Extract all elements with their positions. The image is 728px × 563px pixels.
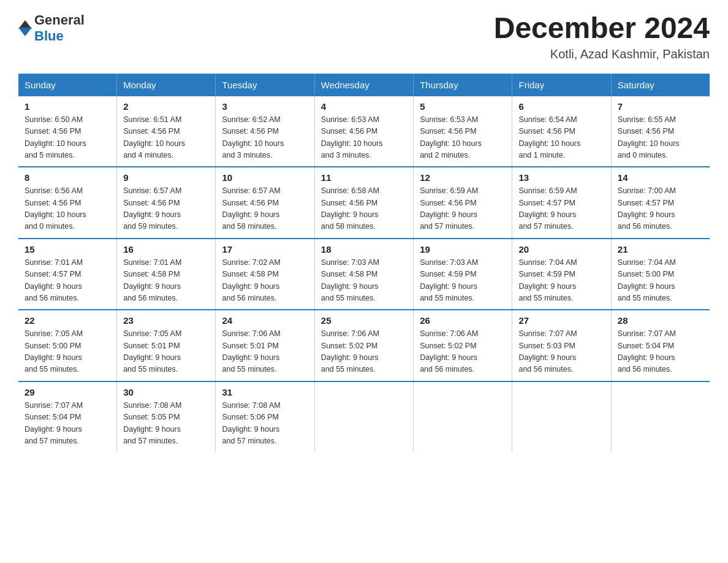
day-info: Sunrise: 7:08 AMSunset: 5:05 PMDaylight:… bbox=[123, 400, 209, 448]
day-number: 17 bbox=[222, 244, 308, 255]
calendar-cell: 5 Sunrise: 6:53 AMSunset: 4:56 PMDayligh… bbox=[414, 96, 512, 167]
day-number: 9 bbox=[123, 172, 209, 183]
day-number: 25 bbox=[321, 315, 407, 326]
day-number: 21 bbox=[618, 244, 703, 255]
calendar-cell: 6 Sunrise: 6:54 AMSunset: 4:56 PMDayligh… bbox=[512, 96, 611, 167]
logo-triangle-bottom bbox=[18, 28, 32, 36]
logo-text-general: General bbox=[34, 12, 85, 28]
day-info: Sunrise: 7:06 AMSunset: 5:01 PMDaylight:… bbox=[222, 328, 308, 376]
header-wednesday: Wednesday bbox=[314, 74, 413, 96]
calendar-cell: 24 Sunrise: 7:06 AMSunset: 5:01 PMDaylig… bbox=[216, 310, 314, 381]
calendar-cell: 14 Sunrise: 7:00 AMSunset: 4:57 PMDaylig… bbox=[611, 167, 710, 239]
day-info: Sunrise: 7:01 AMSunset: 4:58 PMDaylight:… bbox=[123, 257, 209, 305]
day-number: 22 bbox=[25, 315, 110, 326]
day-info: Sunrise: 7:02 AMSunset: 4:58 PMDaylight:… bbox=[222, 257, 308, 305]
day-number: 3 bbox=[222, 101, 308, 112]
calendar-cell: 2 Sunrise: 6:51 AMSunset: 4:56 PMDayligh… bbox=[117, 96, 216, 167]
day-number: 4 bbox=[321, 101, 407, 112]
calendar-week-4: 22 Sunrise: 7:05 AMSunset: 5:00 PMDaylig… bbox=[18, 310, 710, 381]
day-info: Sunrise: 7:05 AMSunset: 5:01 PMDaylight:… bbox=[123, 328, 209, 376]
day-info: Sunrise: 6:58 AMSunset: 4:56 PMDaylight:… bbox=[321, 185, 407, 233]
day-info: Sunrise: 7:07 AMSunset: 5:03 PMDaylight:… bbox=[518, 328, 604, 376]
calendar-cell bbox=[512, 381, 611, 453]
day-number: 13 bbox=[518, 172, 604, 183]
calendar-cell: 8 Sunrise: 6:56 AMSunset: 4:56 PMDayligh… bbox=[18, 167, 117, 239]
day-info: Sunrise: 7:00 AMSunset: 4:57 PMDaylight:… bbox=[618, 185, 703, 233]
calendar-cell: 18 Sunrise: 7:03 AMSunset: 4:58 PMDaylig… bbox=[314, 239, 413, 310]
calendar-cell: 17 Sunrise: 7:02 AMSunset: 4:58 PMDaylig… bbox=[216, 239, 314, 310]
subtitle: Kotli, Azad Kashmir, Pakistan bbox=[494, 47, 710, 61]
header-sunday: Sunday bbox=[18, 74, 117, 96]
day-info: Sunrise: 7:07 AMSunset: 5:04 PMDaylight:… bbox=[618, 328, 703, 376]
day-number: 1 bbox=[25, 101, 110, 112]
day-info: Sunrise: 6:57 AMSunset: 4:56 PMDaylight:… bbox=[222, 185, 308, 233]
header-monday: Monday bbox=[117, 74, 216, 96]
calendar-cell: 31 Sunrise: 7:08 AMSunset: 5:06 PMDaylig… bbox=[216, 381, 314, 453]
day-info: Sunrise: 6:50 AMSunset: 4:56 PMDaylight:… bbox=[25, 114, 110, 162]
calendar-cell: 1 Sunrise: 6:50 AMSunset: 4:56 PMDayligh… bbox=[18, 96, 117, 167]
day-number: 18 bbox=[321, 244, 407, 255]
day-number: 8 bbox=[25, 172, 110, 183]
logo-text-blue: Blue bbox=[34, 28, 64, 44]
day-info: Sunrise: 6:53 AMSunset: 4:56 PMDaylight:… bbox=[420, 114, 506, 162]
day-info: Sunrise: 7:06 AMSunset: 5:02 PMDaylight:… bbox=[420, 328, 506, 376]
day-number: 26 bbox=[420, 315, 506, 326]
day-number: 14 bbox=[618, 172, 703, 183]
day-info: Sunrise: 7:07 AMSunset: 5:04 PMDaylight:… bbox=[25, 400, 110, 448]
day-info: Sunrise: 6:59 AMSunset: 4:56 PMDaylight:… bbox=[420, 185, 506, 233]
header-tuesday: Tuesday bbox=[216, 74, 314, 96]
calendar-cell: 7 Sunrise: 6:55 AMSunset: 4:56 PMDayligh… bbox=[611, 96, 710, 167]
logo-text: General Blue bbox=[34, 12, 85, 44]
day-number: 28 bbox=[618, 315, 703, 326]
calendar-cell: 22 Sunrise: 7:05 AMSunset: 5:00 PMDaylig… bbox=[18, 310, 117, 381]
day-info: Sunrise: 6:56 AMSunset: 4:56 PMDaylight:… bbox=[25, 185, 110, 233]
calendar-cell: 20 Sunrise: 7:04 AMSunset: 4:59 PMDaylig… bbox=[512, 239, 611, 310]
calendar-cell: 26 Sunrise: 7:06 AMSunset: 5:02 PMDaylig… bbox=[414, 310, 512, 381]
day-info: Sunrise: 6:53 AMSunset: 4:56 PMDaylight:… bbox=[321, 114, 407, 162]
day-number: 23 bbox=[123, 315, 209, 326]
day-number: 27 bbox=[518, 315, 604, 326]
day-number: 6 bbox=[518, 101, 604, 112]
main-title: December 2024 bbox=[494, 12, 710, 45]
calendar-week-3: 15 Sunrise: 7:01 AMSunset: 4:57 PMDaylig… bbox=[18, 239, 710, 310]
day-number: 19 bbox=[420, 244, 506, 255]
calendar-cell: 3 Sunrise: 6:52 AMSunset: 4:56 PMDayligh… bbox=[216, 96, 314, 167]
calendar-cell: 15 Sunrise: 7:01 AMSunset: 4:57 PMDaylig… bbox=[18, 239, 117, 310]
day-number: 20 bbox=[518, 244, 604, 255]
calendar-cell: 16 Sunrise: 7:01 AMSunset: 4:58 PMDaylig… bbox=[117, 239, 216, 310]
day-info: Sunrise: 6:54 AMSunset: 4:56 PMDaylight:… bbox=[518, 114, 604, 162]
logo-icon bbox=[18, 20, 32, 36]
day-number: 11 bbox=[321, 172, 407, 183]
header-row: Sunday Monday Tuesday Wednesday Thursday… bbox=[18, 74, 710, 96]
day-number: 16 bbox=[123, 244, 209, 255]
header-friday: Friday bbox=[512, 74, 611, 96]
calendar-cell: 12 Sunrise: 6:59 AMSunset: 4:56 PMDaylig… bbox=[414, 167, 512, 239]
day-info: Sunrise: 7:03 AMSunset: 4:59 PMDaylight:… bbox=[420, 257, 506, 305]
calendar-cell: 13 Sunrise: 6:59 AMSunset: 4:57 PMDaylig… bbox=[512, 167, 611, 239]
day-info: Sunrise: 7:06 AMSunset: 5:02 PMDaylight:… bbox=[321, 328, 407, 376]
day-number: 30 bbox=[123, 387, 209, 397]
calendar-cell: 21 Sunrise: 7:04 AMSunset: 5:00 PMDaylig… bbox=[611, 239, 710, 310]
day-info: Sunrise: 7:05 AMSunset: 5:00 PMDaylight:… bbox=[25, 328, 110, 376]
calendar-week-5: 29 Sunrise: 7:07 AMSunset: 5:04 PMDaylig… bbox=[18, 381, 710, 453]
day-number: 5 bbox=[420, 101, 506, 112]
calendar-week-2: 8 Sunrise: 6:56 AMSunset: 4:56 PMDayligh… bbox=[18, 167, 710, 239]
day-info: Sunrise: 7:04 AMSunset: 4:59 PMDaylight:… bbox=[518, 257, 604, 305]
day-number: 31 bbox=[222, 387, 308, 397]
calendar-cell: 23 Sunrise: 7:05 AMSunset: 5:01 PMDaylig… bbox=[117, 310, 216, 381]
calendar-cell: 4 Sunrise: 6:53 AMSunset: 4:56 PMDayligh… bbox=[314, 96, 413, 167]
calendar-cell: 11 Sunrise: 6:58 AMSunset: 4:56 PMDaylig… bbox=[314, 167, 413, 239]
calendar-cell: 10 Sunrise: 6:57 AMSunset: 4:56 PMDaylig… bbox=[216, 167, 314, 239]
calendar-table: Sunday Monday Tuesday Wednesday Thursday… bbox=[18, 74, 710, 453]
calendar-cell: 19 Sunrise: 7:03 AMSunset: 4:59 PMDaylig… bbox=[414, 239, 512, 310]
day-info: Sunrise: 7:03 AMSunset: 4:58 PMDaylight:… bbox=[321, 257, 407, 305]
header-thursday: Thursday bbox=[414, 74, 512, 96]
day-number: 29 bbox=[25, 387, 110, 397]
calendar-cell: 29 Sunrise: 7:07 AMSunset: 5:04 PMDaylig… bbox=[18, 381, 117, 453]
day-number: 24 bbox=[222, 315, 308, 326]
calendar-cell: 9 Sunrise: 6:57 AMSunset: 4:56 PMDayligh… bbox=[117, 167, 216, 239]
calendar-cell: 30 Sunrise: 7:08 AMSunset: 5:05 PMDaylig… bbox=[117, 381, 216, 453]
logo-triangle-top bbox=[18, 20, 32, 29]
calendar-cell: 28 Sunrise: 7:07 AMSunset: 5:04 PMDaylig… bbox=[611, 310, 710, 381]
day-info: Sunrise: 6:52 AMSunset: 4:56 PMDaylight:… bbox=[222, 114, 308, 162]
